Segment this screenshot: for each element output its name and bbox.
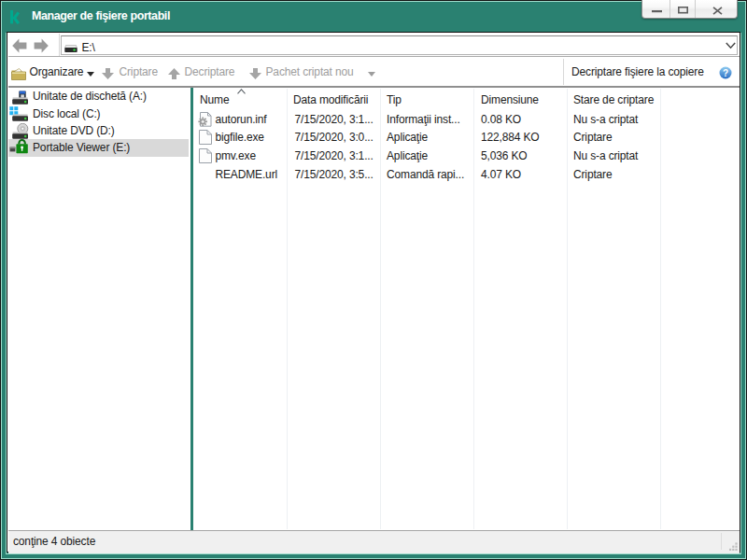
svg-text:?: ? — [723, 67, 728, 77]
